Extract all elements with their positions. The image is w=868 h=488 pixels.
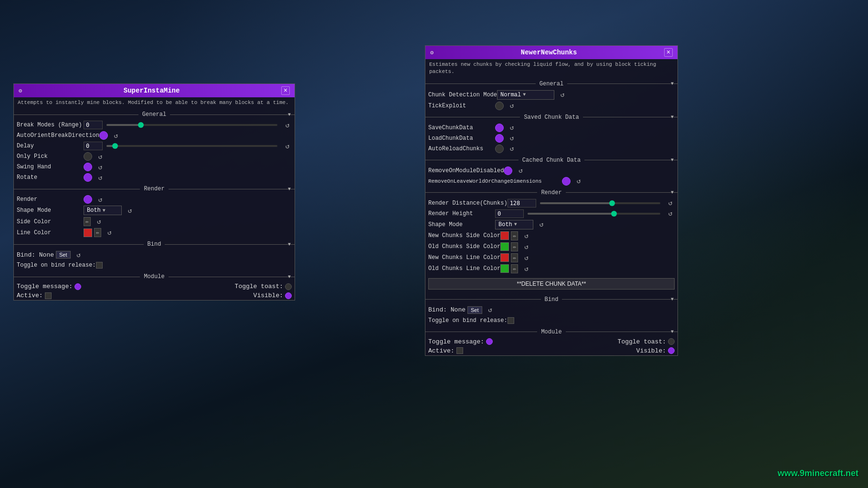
auto-orient-toggle[interactable] <box>99 131 108 140</box>
only-pick-toggle[interactable] <box>84 152 92 161</box>
tick-exploit-reset[interactable]: ↺ <box>508 102 516 110</box>
tick-exploit-label: TickExploit <box>428 103 495 109</box>
sim-toggle-bind-checkbox[interactable] <box>96 262 103 269</box>
nnc-render-collapse[interactable]: ▼ <box>667 190 677 195</box>
sim-toggle-msg-toggle[interactable] <box>74 283 81 290</box>
save-chunk-toggle[interactable] <box>495 124 504 132</box>
break-modes-slider[interactable] <box>106 124 277 126</box>
nnc-general-collapse[interactable]: ▼ <box>667 81 677 86</box>
nnc-shape-mode-reset[interactable]: ↺ <box>537 220 546 229</box>
chunk-detection-label: Chunk Detection Mode <box>428 92 497 98</box>
old-chunks-line-color-swatch[interactable] <box>500 264 509 273</box>
save-chunk-reset[interactable]: ↺ <box>508 124 516 132</box>
old-chunks-line-color-pencil[interactable]: ✏ <box>511 264 518 273</box>
render-distance-thumb[interactable] <box>609 200 615 206</box>
sim-general-collapse[interactable]: ▼ <box>284 112 295 117</box>
nnc-shape-mode-dropdown[interactable]: Both ▼ <box>495 220 533 229</box>
new-chunks-side-color-reset[interactable]: ↺ <box>522 231 530 240</box>
render-distance-reset[interactable]: ↺ <box>666 199 675 208</box>
new-chunks-line-color-reset[interactable]: ↺ <box>522 253 530 262</box>
nnc-module-collapse[interactable]: ▼ <box>667 329 677 334</box>
auto-orient-reset[interactable]: ↺ <box>112 131 120 140</box>
new-chunks-line-color-pencil[interactable]: ✏ <box>511 253 518 262</box>
nnc-toggle-msg-toggle[interactable] <box>486 338 493 345</box>
nnc-close-button[interactable]: × <box>664 48 673 57</box>
render-height-input[interactable] <box>495 209 524 218</box>
sim-general-section: General ▼ <box>14 111 295 118</box>
new-chunks-side-color-pencil[interactable]: ✏ <box>511 231 518 240</box>
delay-reset[interactable]: ↺ <box>283 142 292 150</box>
render-distance-slider[interactable] <box>540 202 660 204</box>
sim-render-collapse[interactable]: ▼ <box>284 187 295 192</box>
chunk-detection-reset[interactable]: ↺ <box>558 91 567 99</box>
sim-bind-set-button[interactable]: Set <box>56 251 71 259</box>
delay-value: ↺ <box>84 142 292 150</box>
delay-slider[interactable] <box>106 145 277 147</box>
save-chunk-value: ↺ <box>495 124 675 132</box>
rotate-toggle[interactable] <box>84 173 92 182</box>
remove-disabled-toggle[interactable] <box>504 166 512 175</box>
break-modes-reset[interactable]: ↺ <box>283 121 292 129</box>
old-chunks-side-color-swatch[interactable] <box>500 242 509 251</box>
sim-line-color-pencil[interactable]: ✏ <box>94 228 101 237</box>
rotate-reset[interactable]: ↺ <box>96 173 105 182</box>
render-height-reset[interactable]: ↺ <box>666 209 675 218</box>
delay-input[interactable] <box>84 142 103 150</box>
load-chunk-toggle[interactable] <box>495 134 504 143</box>
sim-module-collapse[interactable]: ▼ <box>284 274 295 280</box>
nnc-active-checkbox[interactable] <box>456 347 463 354</box>
swing-hand-reset[interactable]: ↺ <box>96 163 105 171</box>
nnc-visible-toggle[interactable] <box>668 347 675 354</box>
render-reset[interactable]: ↺ <box>96 195 105 204</box>
sim-line-color-swatch[interactable] <box>84 228 92 237</box>
render-height-row: Render Height ↺ <box>425 208 677 219</box>
sim-bind-collapse[interactable]: ▼ <box>284 242 295 247</box>
sim-toggle-toast-toggle[interactable] <box>285 283 292 290</box>
nnc-saved-collapse[interactable]: ▼ <box>667 114 677 120</box>
load-chunk-reset[interactable]: ↺ <box>508 134 516 143</box>
old-chunks-side-color-reset[interactable]: ↺ <box>522 242 530 251</box>
sim-line-color-reset[interactable]: ↺ <box>105 228 114 237</box>
chunk-detection-dropdown[interactable]: Normal ▼ <box>497 90 554 100</box>
remove-leave-toggle[interactable] <box>562 177 571 186</box>
old-chunks-line-color-row: Old Chunks Line Color ✏ ↺ <box>425 263 677 274</box>
nnc-bind-reset[interactable]: ↺ <box>486 306 495 314</box>
render-height-thumb[interactable] <box>611 211 617 217</box>
sim-active-checkbox[interactable] <box>45 292 52 299</box>
delete-chunk-button[interactable]: **DELETE CHUNK DATA** <box>428 278 675 290</box>
auto-reload-toggle[interactable] <box>495 145 504 153</box>
sim-shape-mode-dropdown[interactable]: Both ▼ <box>84 206 122 215</box>
sim-side-color-pencil[interactable]: ✏ <box>84 217 91 226</box>
sim-side-color-reset[interactable]: ↺ <box>95 218 103 226</box>
sim-visible-toggle[interactable] <box>285 292 292 299</box>
sim-title-bar[interactable]: ⚙ SuperInstaMine × <box>14 84 295 97</box>
break-modes-thumb[interactable] <box>138 122 144 128</box>
sim-shape-mode-reset[interactable]: ↺ <box>126 206 134 215</box>
auto-reload-reset[interactable]: ↺ <box>508 145 516 153</box>
remove-disabled-label: RemoveOnModuleDisabled <box>428 167 504 174</box>
remove-disabled-reset[interactable]: ↺ <box>516 166 525 175</box>
old-chunks-line-color-reset[interactable]: ↺ <box>522 264 530 273</box>
nnc-toggle-toast-toggle[interactable] <box>668 338 675 345</box>
render-distance-input[interactable] <box>508 199 536 208</box>
swing-hand-toggle[interactable] <box>84 163 92 171</box>
render-distance-label: Render Distance(Chunks) <box>428 200 508 207</box>
nnc-cached-collapse[interactable]: ▼ <box>667 157 677 163</box>
delay-thumb[interactable] <box>112 143 118 149</box>
new-chunks-side-color-swatch[interactable] <box>500 231 509 240</box>
nnc-title-bar[interactable]: ⚙ NewerNewChunks × <box>425 46 677 59</box>
nnc-toggle-bind-checkbox[interactable] <box>508 317 514 324</box>
only-pick-reset[interactable]: ↺ <box>96 152 105 161</box>
render-height-slider[interactable] <box>528 213 660 215</box>
sim-bind-reset[interactable]: ↺ <box>74 250 83 259</box>
remove-leave-reset[interactable]: ↺ <box>574 177 583 186</box>
sim-title-icon: ⚙ <box>19 87 22 94</box>
break-modes-input[interactable] <box>84 121 103 129</box>
sim-close-button[interactable]: × <box>281 86 290 95</box>
new-chunks-line-color-swatch[interactable] <box>500 253 509 262</box>
nnc-bind-collapse[interactable]: ▼ <box>667 297 677 302</box>
old-chunks-side-color-pencil[interactable]: ✏ <box>511 242 518 251</box>
render-toggle[interactable] <box>84 195 92 204</box>
tick-exploit-toggle[interactable] <box>495 102 504 110</box>
nnc-bind-set-button[interactable]: Set <box>467 306 482 314</box>
